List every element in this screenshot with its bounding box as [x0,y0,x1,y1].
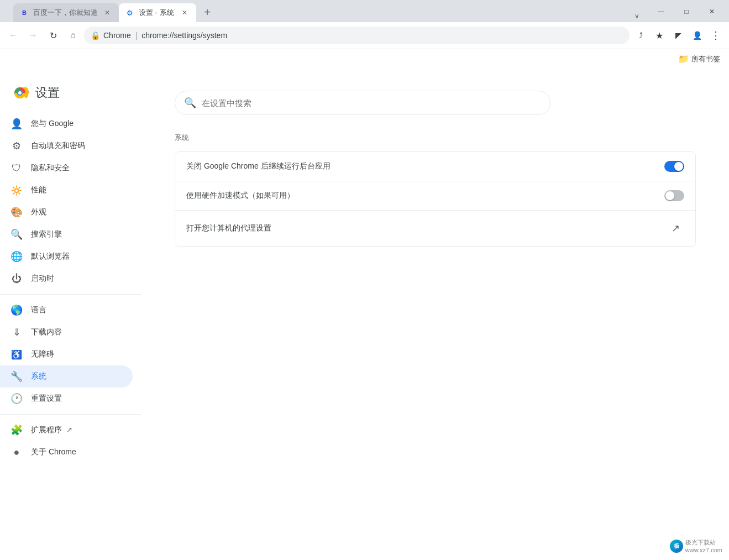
search-input[interactable] [202,98,541,108]
sidebar-item-performance[interactable]: 🔆 性能 [0,179,133,201]
section-title: 系统 [175,133,696,143]
person-icon: 👤 [11,118,22,129]
search-box-icon: 🔍 [184,97,196,109]
browser-icon: 🌐 [11,251,22,262]
download-icon: ⇓ [11,327,22,338]
shield-icon: 🛡 [11,163,22,174]
new-tab-button[interactable]: + [198,3,216,21]
search-container: 🔍 [175,91,696,115]
sidebar-item-about[interactable]: ● 关于 Chrome [0,441,133,463]
appearance-icon: 🎨 [11,207,22,218]
hardware-accel-toggle[interactable] [664,190,684,201]
tab-settings-close[interactable]: ✕ [180,8,190,18]
address-bar[interactable]: 🔒 Chrome | chrome://settings/system [84,27,630,44]
address-brand: Chrome [103,31,131,40]
close-button[interactable]: ✕ [699,3,725,20]
sidebar-item-default-browser-label: 默认浏览器 [31,252,70,261]
sidebar-item-accessibility[interactable]: ♿ 无障碍 [0,343,133,365]
proxy-link-container: ↗ [667,219,684,237]
sidebar-item-startup-label: 启动时 [31,274,54,284]
window-controls: — □ ✕ [644,3,729,20]
about-chrome-icon: ● [11,447,22,458]
sidebar-item-accessibility-label: 无障碍 [31,349,54,359]
hardware-accel-label: 使用硬件加速模式（如果可用） [186,191,664,201]
sidebar-item-extensions[interactable]: 🧩 扩展程序 ↗ [0,419,133,441]
sidebar-item-downloads[interactable]: ⇓ 下载内容 [0,321,133,343]
content-area: 设置 👤 您与 Google ⚙ 自动填充和密码 🛡 隐私和安全 🔆 性能 🎨 [0,69,729,560]
minimize-button[interactable]: — [648,3,674,20]
profile-button[interactable]: 👤 [688,27,706,44]
home-button[interactable]: ⌂ [64,27,82,44]
navigation-bar: ← → ↻ ⌂ 🔒 Chrome | chrome://settings/sys… [0,22,729,49]
svg-point-4 [18,91,22,95]
chrome-logo-icon [11,84,29,102]
security-icon: 🔒 [91,31,100,40]
reload-button[interactable]: ↻ [44,27,62,44]
sidebar-item-downloads-label: 下载内容 [31,327,62,337]
nav-divider-2 [0,414,141,415]
autofill-icon: ⚙ [11,140,22,151]
sidebar-item-search-label: 搜索引擎 [31,229,62,239]
sidebar-item-startup[interactable]: ⏻ 启动时 [0,268,133,290]
setting-row-proxy: 打开您计算机的代理设置 ↗ [175,211,695,246]
accessibility-icon: ♿ [11,349,22,360]
back-button[interactable]: ← [4,27,22,44]
sidebar-item-google[interactable]: 👤 您与 Google [0,113,133,135]
title-bar-expand[interactable]: ∨ [630,12,644,20]
extensions-external-icon: ↗ [66,426,72,434]
performance-icon: 🔆 [11,185,22,196]
sidebar-item-appearance-label: 外观 [31,207,46,217]
background-apps-label: 关闭 Google Chrome 后继续运行后台应用 [186,161,664,171]
setting-row-background-apps: 关闭 Google Chrome 后继续运行后台应用 [175,152,695,181]
search-box[interactable]: 🔍 [175,91,550,115]
settings-logo: 设置 [0,77,141,113]
sidebar-item-autofill-label: 自动填充和密码 [31,141,85,151]
wrench-icon: 🔧 [11,371,22,382]
browser-window: B 百度一下，你就知道 ✕ ⚙ 设置 - 系统 ✕ + ∨ — □ ✕ ← → … [0,0,729,560]
sidebar-item-about-label: 关于 Chrome [31,447,76,457]
proxy-label: 打开您计算机的代理设置 [186,223,667,233]
puzzle-icon: 🧩 [11,425,22,436]
menu-button[interactable]: ⋮ [707,27,725,44]
bookmark-button[interactable]: ★ [651,27,668,44]
sidebar-item-autofill[interactable]: ⚙ 自动填充和密码 [0,135,133,157]
tab-baidu-close[interactable]: ✕ [102,8,112,18]
nav-actions: ⤴ ★ ◤ 👤 ⋮ [632,27,725,44]
sidebar-item-reset[interactable]: 🕐 重置设置 [0,388,133,410]
sidebar-item-extensions-label: 扩展程序 ↗ [31,425,72,435]
proxy-external-link-button[interactable]: ↗ [667,219,684,237]
sidebar-item-system[interactable]: 🔧 系统 [0,365,133,388]
settings-title: 设置 [35,85,60,101]
sidebar-item-search[interactable]: 🔍 搜索引擎 [0,223,133,245]
startup-icon: ⏻ [11,273,22,284]
tab-baidu[interactable]: B 百度一下，你就知道 ✕ [13,3,119,22]
background-apps-toggle[interactable] [664,161,684,172]
sidebar-item-performance-label: 性能 [31,185,46,195]
sidebar-item-appearance[interactable]: 🎨 外观 [0,201,133,223]
reset-icon: 🕐 [11,393,22,404]
forward-button[interactable]: → [24,27,42,44]
title-bar: B 百度一下，你就知道 ✕ ⚙ 设置 - 系统 ✕ + ∨ — □ ✕ [0,0,729,22]
search-icon: 🔍 [11,229,22,240]
toggle-thumb [674,162,683,171]
tab-settings[interactable]: ⚙ 设置 - 系统 ✕ [119,3,196,22]
sidebar-item-language-label: 语言 [31,305,46,315]
bookmarks-folder[interactable]: 📁 所有书签 [674,51,725,66]
proxy-external-link-icon: ↗ [672,222,680,234]
sidebar-item-google-label: 您与 Google [31,119,74,129]
tab-baidu-title: 百度一下，你就知道 [33,8,98,18]
share-button[interactable]: ⤴ [632,27,649,44]
nav-divider-1 [0,294,141,295]
settings-sidebar: 设置 👤 您与 Google ⚙ 自动填充和密码 🛡 隐私和安全 🔆 性能 🎨 [0,69,141,560]
sidebar-item-language[interactable]: 🌎 语言 [0,299,133,321]
sidebar-item-privacy-label: 隐私和安全 [31,163,70,173]
tab-search-button[interactable]: ◤ [669,27,687,44]
watermark-text: 极光下载站 www.xz7.com [685,538,722,553]
maximize-button[interactable]: □ [674,3,699,20]
sidebar-item-privacy[interactable]: 🛡 隐私和安全 [0,157,133,179]
sidebar-item-default-browser[interactable]: 🌐 默认浏览器 [0,245,133,268]
settings-card: 关闭 Google Chrome 后继续运行后台应用 使用硬件加速模式（如果可用… [175,151,696,247]
sidebar-item-system-label: 系统 [31,371,46,381]
tab-settings-favicon: ⚙ [125,8,134,17]
address-text: Chrome | chrome://settings/system [103,31,623,40]
